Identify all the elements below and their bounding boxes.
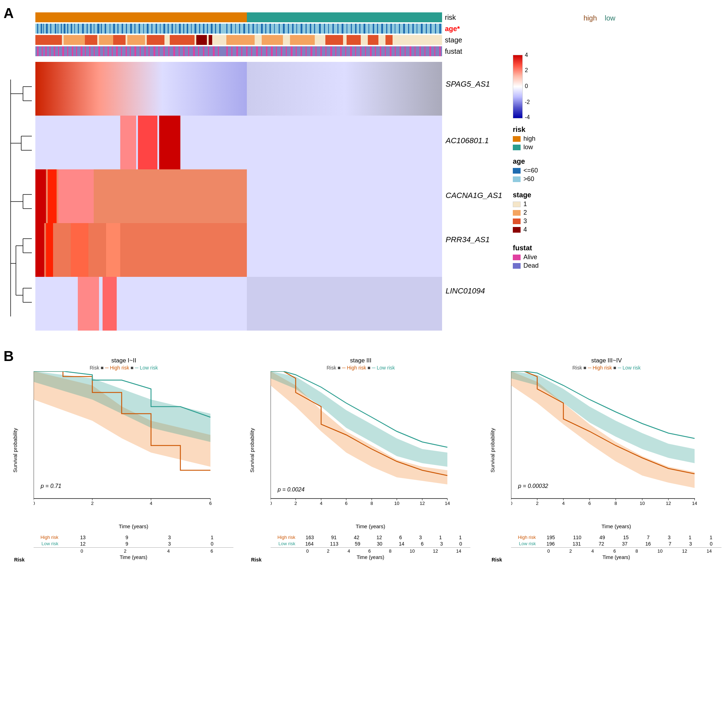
svg-rect-140 bbox=[135, 46, 136, 56]
svg-rect-53 bbox=[243, 24, 245, 34]
svg-rect-4 bbox=[46, 24, 48, 34]
svg-rect-96 bbox=[435, 24, 436, 34]
svg-rect-145 bbox=[158, 46, 159, 56]
svg-rect-21 bbox=[110, 24, 110, 34]
km1-legend: Risk ■ ─ High risk ■ ─ Low risk bbox=[14, 365, 233, 370]
svg-rect-82 bbox=[373, 24, 374, 34]
svg-rect-245 bbox=[78, 277, 99, 330]
svg-rect-183 bbox=[350, 46, 352, 56]
svg-rect-164 bbox=[256, 46, 258, 56]
svg-rect-151 bbox=[188, 46, 189, 56]
svg-rect-45 bbox=[207, 24, 208, 34]
svg-rect-7 bbox=[58, 24, 58, 34]
stage1-swatch bbox=[513, 202, 521, 207]
svg-rect-59 bbox=[269, 24, 271, 34]
legend-age-gt60: >60 bbox=[513, 175, 538, 183]
svg-rect-123 bbox=[58, 46, 59, 56]
scale-tick-4: 4 bbox=[525, 52, 528, 58]
svg-rect-77 bbox=[351, 24, 352, 34]
heatmap-svg bbox=[35, 62, 442, 330]
svg-rect-237 bbox=[35, 223, 247, 277]
km1-plot-area: Survival probability 1.00 0.75 0.50 0.25… bbox=[14, 371, 219, 523]
svg-rect-130 bbox=[89, 46, 90, 56]
svg-text:8: 8 bbox=[370, 501, 373, 506]
dead-swatch bbox=[513, 263, 521, 269]
svg-rect-149 bbox=[179, 46, 180, 56]
svg-rect-244 bbox=[247, 277, 442, 330]
svg-rect-125 bbox=[67, 46, 68, 56]
svg-rect-225 bbox=[35, 62, 247, 116]
svg-rect-97 bbox=[439, 24, 441, 34]
svg-rect-63 bbox=[288, 24, 289, 34]
scale-tick-0: 0 bbox=[525, 83, 528, 89]
km2-x-label: Time (years) bbox=[271, 523, 470, 529]
km3-legend: Risk ■ ─ High risk ■ ─ Low risk bbox=[492, 365, 722, 370]
svg-rect-111 bbox=[262, 35, 283, 45]
svg-rect-240 bbox=[46, 223, 53, 277]
svg-rect-100 bbox=[99, 35, 113, 45]
svg-rect-199 bbox=[429, 46, 431, 56]
svg-rect-57 bbox=[261, 24, 263, 34]
svg-rect-64 bbox=[292, 24, 294, 34]
svg-rect-29 bbox=[143, 24, 144, 34]
km1-hr-t4: 3 bbox=[168, 535, 171, 540]
legend-stage-1: 1 bbox=[513, 200, 531, 208]
scale-tick-2: 2 bbox=[525, 67, 528, 73]
legend-stage-3: 3 bbox=[513, 217, 531, 225]
svg-rect-201 bbox=[439, 46, 441, 56]
svg-rect-153 bbox=[198, 46, 199, 56]
svg-rect-24 bbox=[122, 24, 123, 34]
svg-text:2: 2 bbox=[294, 501, 297, 506]
svg-rect-228 bbox=[247, 116, 442, 169]
km1-legend-low: ─ Low risk bbox=[135, 365, 158, 370]
svg-rect-182 bbox=[345, 46, 346, 56]
svg-rect-23 bbox=[118, 24, 118, 34]
svg-rect-194 bbox=[405, 46, 406, 56]
svg-rect-85 bbox=[386, 24, 387, 34]
km2-plot-area: Survival probability 1.00 0.75 0.50 0.25… bbox=[251, 371, 456, 523]
svg-rect-75 bbox=[342, 24, 343, 34]
svg-rect-55 bbox=[252, 24, 254, 34]
svg-rect-185 bbox=[360, 46, 361, 56]
gene-label-cacna1g: CACNA1G_AS1 bbox=[446, 191, 502, 200]
svg-rect-154 bbox=[203, 46, 204, 56]
legend-stage-2: 2 bbox=[513, 209, 531, 216]
svg-rect-119 bbox=[42, 46, 43, 56]
svg-rect-196 bbox=[415, 46, 416, 56]
svg-rect-105 bbox=[147, 35, 164, 45]
svg-rect-58 bbox=[265, 24, 266, 34]
age-le60-text: <=60 bbox=[523, 167, 538, 174]
svg-rect-132 bbox=[98, 46, 100, 56]
svg-rect-187 bbox=[370, 46, 372, 56]
svg-rect-152 bbox=[193, 46, 195, 56]
age-bar-label: age* bbox=[445, 25, 460, 33]
color-scale-container: 4 2 0 -2 -4 bbox=[513, 55, 548, 118]
svg-rect-242 bbox=[106, 223, 120, 277]
svg-rect-162 bbox=[246, 46, 248, 56]
svg-rect-174 bbox=[306, 46, 307, 56]
dead-text: Dead bbox=[523, 262, 538, 269]
svg-rect-36 bbox=[171, 24, 173, 34]
svg-rect-231 bbox=[120, 116, 136, 169]
svg-rect-22 bbox=[113, 24, 115, 34]
svg-text:4: 4 bbox=[150, 501, 152, 506]
risk-high-bar-text: high bbox=[584, 14, 597, 22]
svg-rect-148 bbox=[173, 46, 175, 56]
svg-rect-13 bbox=[78, 24, 79, 34]
svg-rect-170 bbox=[286, 46, 287, 56]
age-annotation-bar bbox=[35, 24, 442, 34]
svg-rect-197 bbox=[419, 46, 421, 56]
svg-rect-112 bbox=[290, 35, 315, 45]
svg-rect-141 bbox=[140, 46, 141, 56]
svg-rect-178 bbox=[325, 46, 326, 56]
panel-a-label: A bbox=[3, 5, 14, 21]
svg-rect-95 bbox=[430, 24, 431, 34]
svg-rect-129 bbox=[85, 46, 86, 56]
svg-rect-49 bbox=[226, 24, 227, 34]
svg-rect-35 bbox=[168, 24, 169, 34]
svg-rect-184 bbox=[355, 46, 356, 56]
svg-rect-104 bbox=[113, 35, 125, 45]
svg-rect-26 bbox=[130, 24, 132, 34]
svg-rect-156 bbox=[213, 46, 215, 56]
svg-rect-48 bbox=[219, 24, 221, 34]
